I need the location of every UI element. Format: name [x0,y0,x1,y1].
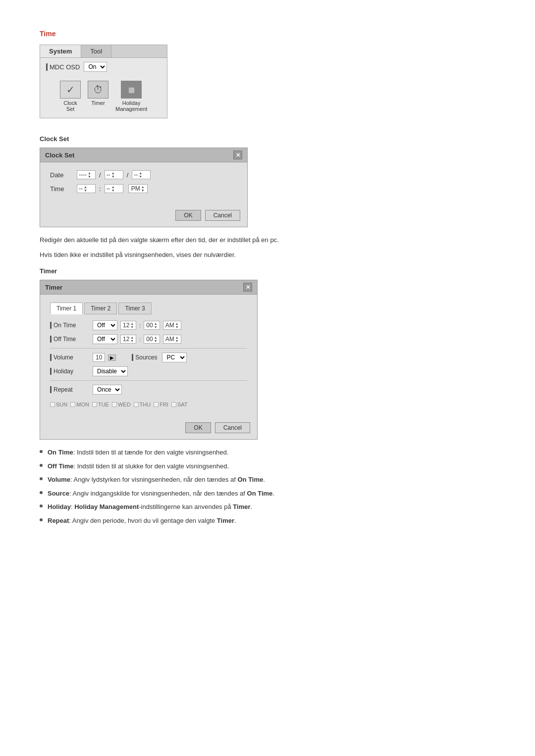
bullet-text-4: Source: Angiv indgangskilde for visnings… [48,489,274,499]
timer-ok-button[interactable]: OK [185,422,211,433]
icon-row: ✓ ClockSet ⏱ Timer ▦ HolidayManagement [40,76,167,118]
day-sat-label: SAT [177,402,188,407]
divider-1 [50,348,247,349]
tab-system[interactable]: System [40,45,81,57]
on-min-spin[interactable]: 00 ▲▼ [144,321,160,330]
timer-cancel-button[interactable]: Cancel [215,422,250,433]
timer-tab-2[interactable]: Timer 2 [84,302,117,314]
clock-set-title: Clock Set [40,135,495,143]
time-spin-1[interactable]: ▲▼ [84,185,87,192]
clock-set-ok-button[interactable]: OK [175,210,201,221]
clock-icon: ✓ [60,81,81,99]
day-mon-checkbox[interactable] [70,402,75,407]
tab-tool[interactable]: Tool [81,45,111,57]
bullet-volume: Volume: Angiv lydstyrken for visningsenh… [40,475,495,485]
day-mon-label: MON [76,402,89,407]
off-ampm-spin[interactable]: AM ▲▼ [163,335,181,344]
holiday-select[interactable]: Disable [93,366,128,376]
timer-icon: ⏱ [88,81,108,99]
bullet-text-5: Holiday: Holiday Management-indstillinge… [48,502,252,512]
timer-close-button[interactable]: ✕ [243,283,252,292]
time-spin-2[interactable]: ▲▼ [111,185,115,192]
time-sep: : [99,185,101,193]
pm-field[interactable]: PM ▲▼ [128,184,148,193]
system-tool-panel: System Tool MDC OSD On ✓ ClockSet ⏱ Time… [40,45,167,118]
date-val1: ---- [79,171,87,178]
on-time-label: On Time [50,322,90,329]
day-fri-checkbox[interactable] [154,402,159,407]
clock-set-close-button[interactable]: ✕ [233,151,242,159]
on-time-colon: : [139,322,141,328]
off-ampm-arrows[interactable]: ▲▼ [175,336,179,343]
off-hour-val: 12 [123,336,129,343]
time-section: Time System Tool MDC OSD On ✓ ClockSet [40,30,495,127]
day-tue-checkbox[interactable] [92,402,97,407]
off-hour-spin[interactable]: 12 ▲▼ [120,335,136,344]
date-spin-1[interactable]: ▲▼ [88,171,91,178]
time-field-1[interactable]: -- ▲▼ [77,184,96,193]
day-thu-checkbox[interactable] [134,402,139,407]
timer-section: Timer Timer ✕ Timer 1 Timer 2 Timer 3 On… [40,267,495,525]
clock-set-desc2: Hvis tiden ikke er indstillet på visning… [40,250,495,260]
date-val2: -- [107,171,110,178]
day-tue: TUE [92,402,109,407]
holiday-row: Holiday Disable [50,366,247,376]
timer-title-bar: Timer ✕ [40,280,257,295]
date-field-1[interactable]: ---- ▲▼ [77,170,96,179]
day-wed: WED [112,402,131,407]
clock-set-cancel-button[interactable]: Cancel [205,210,240,221]
holiday-label: Holiday [50,368,90,375]
off-min-spin[interactable]: 00 ▲▼ [144,335,160,344]
date-spin-3[interactable]: ▲▼ [139,171,142,178]
bullet-text-1: On Time: Indstil tiden til at tænde for … [48,448,228,457]
bullet-dot-5 [40,504,43,507]
off-time-select[interactable]: Off [93,334,117,344]
off-time-label: Off Time [50,336,90,343]
on-min-arrows[interactable]: ▲▼ [154,322,158,329]
clock-set-section: Clock Set Clock Set ✕ Date ---- ▲▼ / -- … [40,135,495,259]
holiday-icon-item[interactable]: ▦ HolidayManagement [115,81,147,112]
on-hour-arrows[interactable]: ▲▼ [130,322,134,329]
clock-set-icon-item[interactable]: ✓ ClockSet [60,81,81,112]
timer-tab-3[interactable]: Timer 3 [118,302,151,314]
timer-modal-body: Timer 1 Timer 2 Timer 3 On Time Off 12 ▲… [40,295,257,418]
clock-set-modal-body: Date ---- ▲▼ / -- ▲▼ / -- ▲▼ Time [40,162,247,206]
mdc-osd-select[interactable]: On [84,62,107,72]
pm-val: PM [131,185,140,192]
off-min-arrows[interactable]: ▲▼ [154,336,158,343]
volume-sources-row: Volume 10 ▶ Sources PC [50,353,247,362]
date-spin-2[interactable]: ▲▼ [111,171,115,178]
date-field-2[interactable]: -- ▲▼ [105,170,123,179]
date-field-3[interactable]: -- ▲▼ [132,170,151,179]
on-time-select[interactable]: Off [93,320,117,330]
clock-set-modal-title: Clock Set [45,151,74,159]
pm-spin[interactable]: ▲▼ [141,185,145,192]
divider-2 [50,380,247,381]
repeat-label: Repeat [50,386,90,393]
on-hour-spin[interactable]: 12 ▲▼ [120,321,136,330]
time-field-2[interactable]: -- ▲▼ [105,184,123,193]
volume-arrow-btn[interactable]: ▶ [108,354,116,361]
timer-label: Timer [91,100,105,106]
bullet-dot-2 [40,464,43,467]
day-sun-checkbox[interactable] [50,402,55,407]
volume-label: Volume [50,354,90,361]
timer-modal-title: Timer [45,284,62,291]
date-sep-1: / [99,171,101,179]
on-ampm-arrows[interactable]: ▲▼ [175,322,179,329]
time-row: Time -- ▲▼ : -- ▲▼ PM ▲▼ [50,184,237,193]
sources-label: Sources [132,354,157,361]
repeat-row: Repeat Once [50,385,247,395]
off-hour-arrows[interactable]: ▲▼ [130,336,134,343]
clock-set-label: ClockSet [63,100,77,112]
day-wed-checkbox[interactable] [112,402,117,407]
repeat-select[interactable]: Once [93,385,122,395]
timer-icon-item[interactable]: ⏱ Timer [88,81,108,106]
timer-tab-1[interactable]: Timer 1 [50,302,83,314]
on-ampm-spin[interactable]: AM ▲▼ [163,321,181,330]
sources-select[interactable]: PC [162,353,187,362]
timer-bullet-list: On Time: Indstil tiden til at tænde for … [40,448,495,525]
bullet-repeat: Repeat: Angiv den periode, hvori du vil … [40,516,495,526]
day-sat-checkbox[interactable] [171,402,176,407]
tab-bar: System Tool [40,45,167,58]
